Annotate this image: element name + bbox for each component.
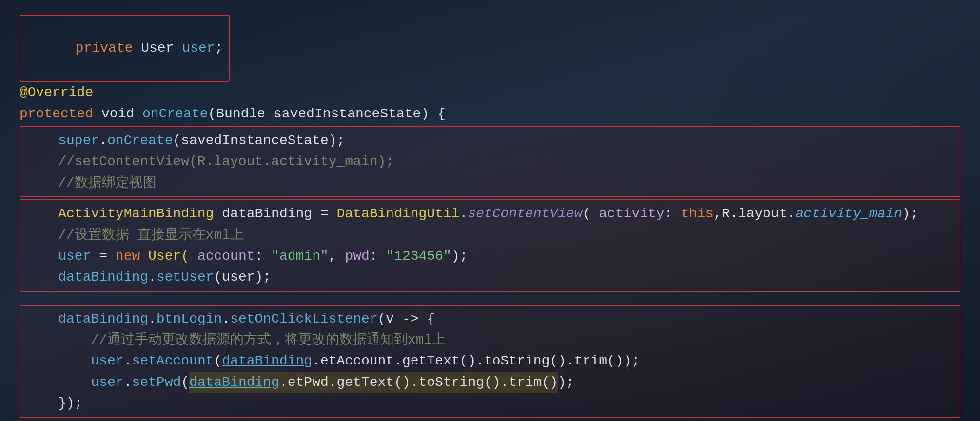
box1-comment1: //setContentView(R.layout.activity_main)… (25, 151, 394, 172)
box2-line3-op: = (91, 246, 115, 267)
box2-databinding-obj: dataBinding (58, 267, 148, 287)
type-user: User (133, 40, 182, 56)
box2-colon2: : (370, 246, 386, 267)
box2-param-account: account (197, 246, 255, 267)
box3-dot2: . (222, 308, 230, 329)
box2-line4: dataBinding.setUser(user); (25, 267, 955, 287)
box3-setpwd: setPwd (132, 372, 181, 393)
box2-line4-dot: . (148, 267, 157, 287)
code-container: private User user; @Override protected v… (0, 0, 980, 421)
box3-databinding3: dataBinding (222, 350, 312, 371)
oncreate-params: (Bundle savedInstanceState) { (208, 103, 445, 124)
box3-etpwd: .etPwd.getText().toString().trim() (279, 372, 558, 393)
box3-indent3 (25, 350, 91, 371)
box2-comma: ,R.layout. (714, 203, 796, 224)
box2-class: DataBindingUtil (337, 203, 460, 224)
box3-user3: user (91, 350, 123, 371)
box2-user-var: user (58, 246, 91, 267)
box3-databinding4: dataBinding (189, 372, 279, 393)
line1-red-box: private User user; (20, 15, 230, 82)
box2-user-type: User( (140, 246, 197, 267)
box3-dot1: . (148, 308, 157, 329)
box2-this: this (681, 203, 713, 224)
box2-line4-indent (25, 267, 58, 287)
box2-line3-indent (25, 246, 58, 267)
box2-str-pwd: "123456" (386, 246, 451, 267)
keyword-private: private (76, 40, 133, 56)
box2-colon: : (665, 203, 681, 224)
box2-line4-rest: (user); (214, 267, 272, 287)
box2-method: setContentView (468, 203, 582, 224)
box3-btnlogin: btnLogin (157, 308, 222, 329)
box1-dot: . (99, 130, 107, 151)
box2-comma1: , (329, 246, 345, 267)
box2-line1: ActivityMainBinding dataBinding = DataBi… (25, 203, 955, 224)
box2-colon1: : (255, 246, 272, 267)
box2-new: new (116, 246, 140, 267)
code-line-3: protected void onCreate(Bundle savedInst… (20, 103, 960, 124)
keyword-void: void (93, 103, 142, 124)
box2-paren: ( (583, 203, 599, 224)
box1-line2: //setContentView(R.layout.activity_main)… (25, 151, 955, 172)
code-line-1: private User user; (20, 15, 960, 82)
box1-super: super (58, 130, 99, 151)
box3-databinding: dataBinding (58, 308, 148, 329)
box1-rest: (savedInstanceState); (173, 130, 345, 151)
box1-line3: //数据绑定视图 (25, 172, 955, 193)
box3-listener: setOnClickListener (230, 308, 377, 329)
box3-user4: user (91, 372, 123, 393)
box3-line4: user.setPwd(dataBinding.etPwd.getText().… (25, 372, 955, 393)
box2-var: dataBinding (222, 203, 320, 224)
box3-close-listener: }); (25, 393, 83, 414)
box3-line3: user.setAccount(dataBinding.etAccount.ge… (25, 350, 955, 371)
box3-paren3: ( (214, 350, 222, 371)
semicolon-1: ; (215, 40, 223, 56)
box3-setaccount: setAccount (132, 350, 214, 371)
red-box-1: super.onCreate(savedInstanceState); //se… (20, 126, 960, 197)
box3-dot3: . (124, 350, 132, 371)
box2-op: = (320, 203, 337, 224)
box2-line2: //设置数据 直接显示在xml上 (25, 225, 955, 246)
code-line-2: @Override (20, 82, 960, 103)
box2-italic2: activity_main (796, 203, 902, 224)
box3-dot4: . (124, 372, 132, 393)
box3-indent1 (25, 308, 58, 329)
box1-method: onCreate (107, 130, 173, 151)
box1-indent1 (25, 130, 58, 151)
box2-end: ); (902, 203, 919, 224)
box3-line5: }); (25, 393, 955, 414)
box3-line1: dataBinding.btnLogin.setOnClickListener(… (25, 308, 955, 329)
box2-dot: . (460, 203, 468, 224)
box3-rest1: (v -> { (378, 308, 435, 329)
box3-etaccount: .etAccount.getText().toString().trim() (312, 350, 624, 371)
box3-end3: ); (624, 350, 640, 371)
red-box-2: ActivityMainBinding dataBinding = DataBi… (20, 199, 960, 292)
box3-comment: //通过手动更改数据源的方式，将更改的数据通知到xml上 (25, 329, 446, 350)
box3-end4: ); (558, 372, 574, 393)
method-oncreate: onCreate (142, 103, 208, 124)
keyword-protected: protected (20, 103, 93, 124)
box2-param1: activity (599, 203, 664, 224)
box1-line1: super.onCreate(savedInstanceState); (25, 130, 955, 151)
box2-setuser: setUser (157, 267, 214, 287)
box2-line3-end: ); (451, 246, 468, 267)
box2-line3: user = new User( account: "admin", pwd: … (25, 246, 955, 267)
box3-indent4 (25, 372, 91, 393)
box3-line2: //通过手动更改数据源的方式，将更改的数据通知到xml上 (25, 329, 955, 350)
box2-str-admin: "admin" (271, 246, 329, 267)
box2-indent (25, 203, 58, 224)
box1-comment2: //数据绑定视图 (25, 172, 157, 193)
box3-paren4: ( (181, 372, 189, 393)
var-user: user (182, 40, 215, 56)
annotation-override: @Override (20, 82, 93, 103)
spacer-1 (20, 294, 960, 303)
box2-comment: //设置数据 直接显示在xml上 (25, 225, 244, 246)
box2-type: ActivityMainBinding (58, 203, 222, 224)
box2-param-pwd: pwd (345, 246, 369, 267)
red-box-3: dataBinding.btnLogin.setOnClickListener(… (20, 305, 960, 418)
